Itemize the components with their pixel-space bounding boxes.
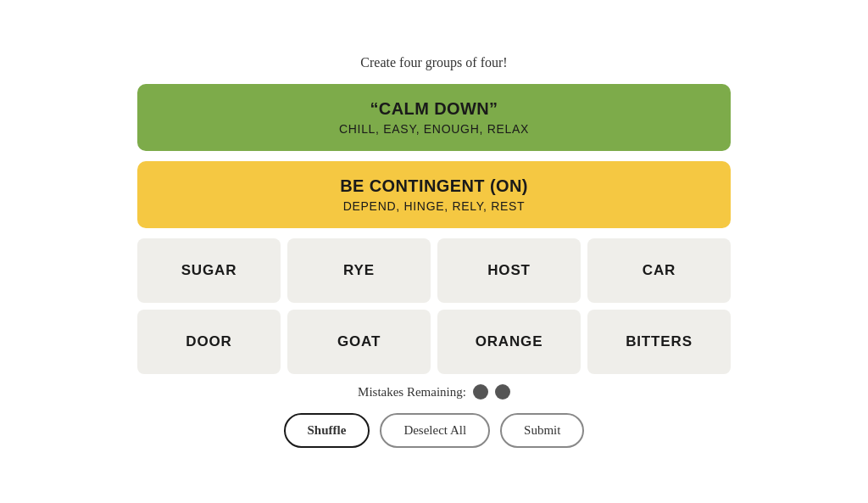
solved-card-green-words: CHILL, EASY, ENOUGH, RELAX: [154, 122, 714, 136]
word-grid: SUGAR RYE HOST CAR DOOR GOAT ORANGE BITT…: [137, 238, 731, 374]
solved-card-yellow-title: BE CONTINGENT (ON): [154, 176, 714, 196]
game-container: Create four groups of four! “CALM DOWN” …: [137, 55, 731, 448]
solved-card-green-title: “CALM DOWN”: [154, 99, 714, 119]
word-tile-car[interactable]: CAR: [587, 238, 731, 303]
word-tile-rye[interactable]: RYE: [287, 238, 431, 303]
submit-button[interactable]: Submit: [500, 413, 584, 448]
word-tile-bitters[interactable]: BITTERS: [587, 310, 731, 374]
mistake-dot-2: [495, 384, 510, 400]
instruction-text: Create four groups of four!: [360, 55, 507, 70]
word-tile-orange[interactable]: ORANGE: [437, 310, 581, 374]
word-tile-host[interactable]: HOST: [437, 238, 581, 303]
solved-card-yellow-words: DEPEND, HINGE, RELY, REST: [154, 199, 714, 213]
solved-card-green: “CALM DOWN” CHILL, EASY, ENOUGH, RELAX: [137, 84, 731, 151]
word-tile-door[interactable]: DOOR: [137, 310, 281, 374]
solved-card-yellow: BE CONTINGENT (ON) DEPEND, HINGE, RELY, …: [137, 161, 731, 228]
deselect-all-button[interactable]: Deselect All: [380, 413, 490, 448]
buttons-row: Shuffle Deselect All Submit: [284, 413, 585, 448]
word-tile-goat[interactable]: GOAT: [287, 310, 431, 374]
shuffle-button[interactable]: Shuffle: [284, 413, 370, 448]
mistakes-row: Mistakes Remaining:: [358, 384, 510, 400]
word-tile-sugar[interactable]: SUGAR: [137, 238, 281, 303]
mistakes-label: Mistakes Remaining:: [358, 385, 466, 400]
mistake-dot-1: [473, 384, 488, 400]
